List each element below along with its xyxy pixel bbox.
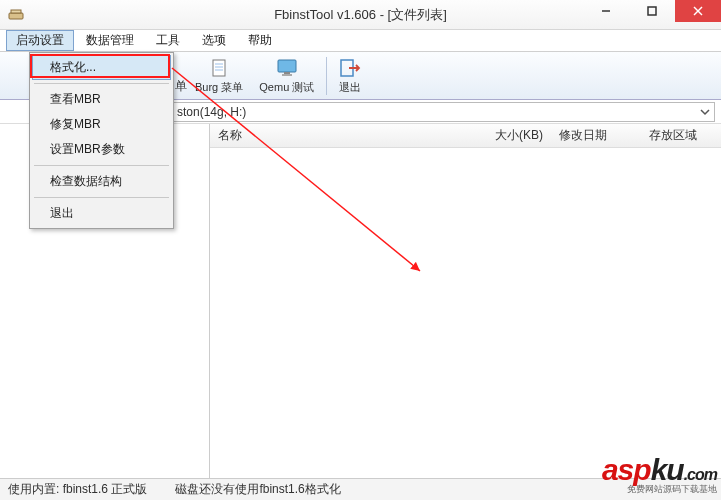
monitor-icon — [276, 57, 298, 79]
app-icon — [6, 5, 26, 25]
svg-rect-12 — [282, 74, 292, 76]
menu-item-check-structure[interactable]: 检查数据结构 — [32, 169, 171, 194]
disk-selector-value: ston(14g, H:) — [177, 105, 246, 119]
toolbar-hidden-suffix: 单 — [175, 78, 187, 99]
menu-item-set-mbr-params[interactable]: 设置MBR参数 — [32, 137, 171, 162]
status-right: 磁盘还没有使用fbinst1.6格式化 — [175, 481, 340, 498]
toolbar-burg-label: Burg 菜单 — [195, 80, 243, 95]
svg-rect-10 — [278, 60, 296, 72]
col-name[interactable]: 名称 — [210, 127, 471, 144]
list-pane: 名称 大小(KB) 修改日期 存放区域 — [210, 124, 721, 478]
col-date[interactable]: 修改日期 — [551, 127, 641, 144]
menu-item-format[interactable]: 格式化... — [32, 55, 171, 80]
minimize-button[interactable] — [583, 0, 629, 22]
menu-item-exit[interactable]: 退出 — [32, 201, 171, 226]
toolbar-qemu-label: Qemu 测试 — [259, 80, 314, 95]
toolbar-exit-label: 退出 — [339, 80, 361, 95]
menu-item-view-mbr[interactable]: 查看MBR — [32, 87, 171, 112]
close-button[interactable] — [675, 0, 721, 22]
svg-rect-6 — [213, 60, 225, 76]
chevron-down-icon — [700, 107, 710, 117]
window-controls — [583, 0, 721, 22]
menu-data-management[interactable]: 数据管理 — [76, 30, 144, 51]
menu-separator — [34, 83, 169, 84]
menu-bar: 启动设置 数据管理 工具 选项 帮助 — [0, 30, 721, 52]
title-bar: FbinstTool v1.606 - [文件列表] — [0, 0, 721, 30]
svg-rect-11 — [284, 72, 290, 74]
toolbar-separator — [326, 57, 327, 95]
svg-rect-3 — [648, 7, 656, 15]
toolbar-qemu-test[interactable]: Qemu 测试 — [251, 55, 322, 97]
menu-separator — [34, 165, 169, 166]
col-area[interactable]: 存放区域 — [641, 127, 721, 144]
toolbar-burg-menu[interactable]: Burg 菜单 — [187, 55, 251, 97]
col-size[interactable]: 大小(KB) — [471, 127, 551, 144]
exit-icon — [339, 57, 361, 79]
disk-selector[interactable]: ston(14g, H:) — [172, 102, 715, 122]
maximize-button[interactable] — [629, 0, 675, 22]
menu-help[interactable]: 帮助 — [238, 30, 282, 51]
menu-options[interactable]: 选项 — [192, 30, 236, 51]
menu-boot-settings[interactable]: 启动设置 — [6, 30, 74, 51]
document-icon — [208, 57, 230, 79]
menu-tools[interactable]: 工具 — [146, 30, 190, 51]
menu-item-repair-mbr[interactable]: 修复MBR — [32, 112, 171, 137]
svg-rect-0 — [9, 13, 23, 19]
toolbar-exit[interactable]: 退出 — [331, 55, 369, 97]
menu-separator — [34, 197, 169, 198]
boot-settings-dropdown: 格式化... 查看MBR 修复MBR 设置MBR参数 检查数据结构 退出 — [29, 52, 174, 229]
column-header: 名称 大小(KB) 修改日期 存放区域 — [210, 124, 721, 148]
svg-rect-1 — [11, 10, 21, 13]
status-bar: 使用内置: fbinst1.6 正式版 磁盘还没有使用fbinst1.6格式化 — [0, 478, 721, 500]
status-left: 使用内置: fbinst1.6 正式版 — [8, 481, 147, 498]
file-list-body[interactable] — [210, 148, 721, 478]
